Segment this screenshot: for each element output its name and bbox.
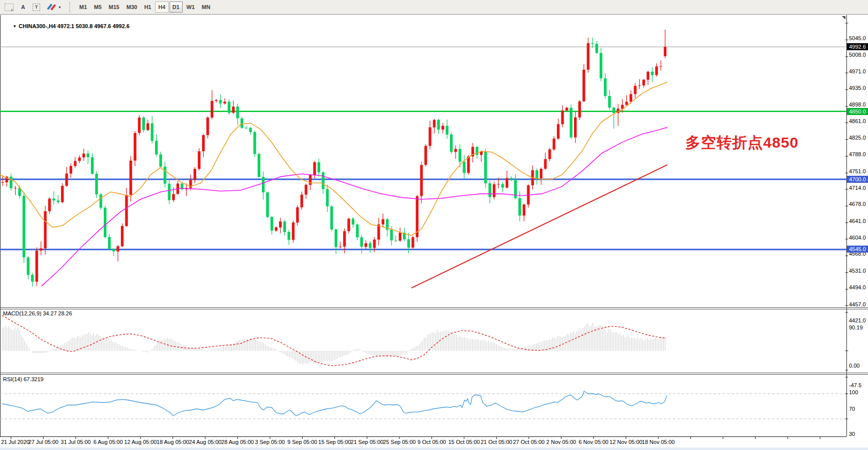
text-label-tool-button[interactable]: A (18, 2, 29, 13)
timeframe-button-M30[interactable]: M30 (123, 2, 140, 13)
price-tick-label: 4935.0 (849, 85, 868, 91)
price-tick-label: 4604.0 (849, 235, 868, 241)
price-tick-label: 5045.0 (849, 35, 868, 41)
indicator-axis-label: 0.00 (849, 363, 868, 369)
toolbar: F A T ▾ M1M5M15M30H1H4D1W1MN (0, 0, 868, 15)
price-tick-label: 5008.0 (849, 52, 868, 58)
autoscroll-marker-icon[interactable] (842, 16, 845, 20)
price-tick-label: 4825.0 (849, 135, 868, 141)
price-tick-label: 4494.0 (849, 284, 868, 290)
price-tick-label: 4421.0 (849, 317, 868, 323)
timeframe-group: M1M5M15M30H1H4D1W1MN (76, 2, 214, 13)
freehand-icon: F (5, 4, 14, 11)
rsi-label: RSI(14) 67.3219 (3, 376, 44, 382)
price-tick-label: 4861.0 (849, 118, 868, 124)
text-box-tool-button[interactable]: T (30, 2, 43, 13)
text-box-icon: T (33, 4, 40, 11)
price-tick-label: 4971.0 (849, 68, 868, 74)
timeframe-button-MN[interactable]: MN (199, 2, 213, 13)
timeframe-button-M15[interactable]: M15 (106, 2, 122, 13)
timeframe-button-H1[interactable]: H1 (141, 2, 154, 13)
text-tool-label: A (21, 4, 25, 10)
annotation-text: 多空转折点4850 (685, 133, 799, 153)
trading-terminal-window: F A T ▾ M1M5M15M30H1H4D1W1MN ▼CHINA300-,… (0, 0, 868, 450)
price-tick-label: 4641.0 (849, 218, 868, 224)
crayons-icon (47, 3, 57, 11)
price-tick-label: 4898.0 (849, 101, 868, 107)
price-tick-label: 4457.0 (849, 301, 868, 307)
indicator-axis-label: 70 (849, 406, 868, 412)
price-tick-label: 4751.0 (849, 168, 868, 174)
colors-tool-button[interactable]: ▾ (44, 2, 64, 13)
price-tick-label: 4788.0 (849, 151, 868, 157)
price-tick-label: 4678.0 (849, 201, 868, 207)
status-bar-strip (0, 447, 868, 450)
indicator-axis-label: -47.5 (849, 382, 868, 388)
chart-title: ▼CHINA300-,H4 4972.1 5030.8 4967.6 4992.… (4, 17, 129, 35)
time-tick-label: 18 Nov 05:00 (636, 439, 681, 445)
indicator-axis-label: 30 (849, 431, 868, 437)
chart-canvas[interactable] (0, 15, 868, 450)
current-price-badge: 4992.6 (847, 43, 868, 50)
symbol-dropdown-icon[interactable]: ▼ (13, 24, 17, 29)
macd-label: MACD(12,26,9) 34.27 28.26 (3, 310, 72, 316)
chart-title-text: CHINA300-,H4 4972.1 5030.8 4967.6 4992.6 (19, 23, 129, 29)
timeframe-button-D1[interactable]: D1 (170, 2, 183, 13)
timeframe-button-M1[interactable]: M1 (76, 2, 90, 13)
timeframe-button-W1[interactable]: W1 (184, 2, 198, 13)
timeframe-button-M5[interactable]: M5 (91, 2, 104, 13)
price-tick-label: 4531.0 (849, 268, 868, 274)
indicator-axis-label: 90.19 (849, 324, 868, 330)
hline-badge-4700: 4700.0 (847, 176, 868, 183)
hline-badge-4850: 4850.0 (847, 108, 868, 115)
toolbar-separator (69, 2, 73, 12)
chart-area: ▼CHINA300-,H4 4972.1 5030.8 4967.6 4992.… (0, 15, 868, 450)
chevron-down-icon: ▾ (59, 5, 61, 10)
hline-badge-4545: 4545.0 (847, 246, 868, 253)
indicator-axis-label: 100 (849, 389, 868, 395)
timeframe-button-H4[interactable]: H4 (155, 2, 168, 13)
freehand-tool-button[interactable]: F (2, 2, 17, 13)
price-tick-label: 4714.0 (849, 185, 868, 191)
